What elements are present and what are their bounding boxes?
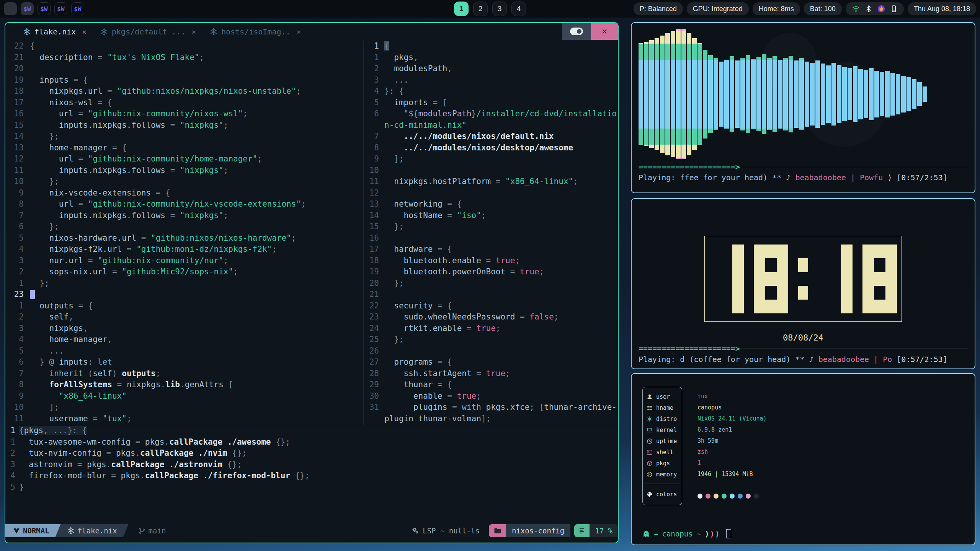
fetch-row-hname: hname — [643, 402, 682, 413]
project-segment: nixos-config — [506, 524, 570, 537]
code-line: 23 — [5, 289, 363, 300]
code-pane-iso[interactable]: 1{1 pkgs,2 modulesPath,3 ...4}: {5 impor… — [364, 41, 618, 425]
tab-close-icon[interactable]: × — [191, 28, 196, 36]
tag-4[interactable]: 4 — [511, 2, 526, 16]
tab-close-icon[interactable]: × — [82, 28, 86, 36]
status-pill-group: P: BalancedGPU: IntegratedHome: 8msBat: … — [634, 2, 842, 15]
code-line: 15 inputs.nixpkgs.follows = "nixpkgs"; — [5, 120, 363, 131]
visualizer-bar — [660, 29, 665, 159]
uptime-icon — [647, 438, 653, 444]
code-line: 10 ]; — [5, 402, 363, 413]
visualizer-bar — [767, 29, 772, 159]
tab-hosts-isoImag-[interactable]: hosts/isoImag..× — [203, 23, 308, 41]
workspace-button-3[interactable]: $W — [54, 2, 67, 15]
mode-segment: NORMAL — [5, 524, 61, 537]
visualizer-bar — [864, 29, 868, 159]
toggle-button[interactable] — [562, 23, 591, 40]
tab-flake-nix[interactable]: flake.nix× — [16, 23, 93, 41]
workspace-group: $W$W$W$W — [21, 2, 84, 15]
user-icon — [647, 394, 653, 400]
workspace-button-2[interactable]: $W — [38, 2, 51, 15]
shell-icon — [647, 449, 653, 455]
firewall-icon[interactable] — [877, 5, 885, 13]
color-dot — [706, 494, 710, 499]
clock-digit — [862, 245, 897, 313]
tab-label: flake.nix — [34, 27, 76, 36]
visualizer-bar — [671, 29, 675, 159]
code-line: 22 security = { — [364, 300, 618, 312]
visualizer-bar — [799, 29, 804, 159]
file-label: flake.nix — [78, 527, 117, 535]
git-branch-icon — [139, 527, 145, 534]
code-line: 17 nixos-wsl = { — [5, 97, 363, 109]
audio-visualizer — [639, 29, 968, 159]
branch-segment: main — [131, 524, 174, 537]
tag-3[interactable]: 3 — [492, 2, 507, 16]
device-icon[interactable] — [890, 5, 898, 13]
prompt-path: ~ — [697, 530, 701, 538]
visualizer-bar — [789, 29, 793, 159]
palette-icon — [647, 491, 653, 497]
statusline: NORMAL flake.nix main LSP ~ null-ls nixo… — [5, 524, 618, 537]
status-pill: Home: 8ms — [753, 2, 800, 15]
code-line: 20 }; — [364, 278, 618, 289]
code-line: 13 networking = { — [364, 199, 618, 210]
clock-label: Thu Aug 08, 18:18 — [914, 5, 970, 13]
code-line: 30 enable = true; — [364, 391, 618, 402]
tag-2[interactable]: 2 — [473, 2, 488, 16]
clock-window: 08/08/24 =====================> Playing:… — [631, 198, 975, 369]
workspace-button-4[interactable]: $W — [71, 2, 84, 15]
visualizer-bar — [917, 29, 922, 159]
color-dot — [738, 494, 743, 499]
launcher-button[interactable] — [4, 2, 17, 15]
code-line: 5} — [5, 482, 618, 493]
code-pane-flake[interactable]: 22{21 description = "tux's NixOS Flake";… — [5, 41, 363, 425]
code-pane-pkgs[interactable]: 1{pkgs, ...}: {1 tux-awesome-wm-config =… — [5, 425, 618, 494]
code-line: 3 ... — [364, 75, 618, 86]
code-line: 3 nixpkgs, — [5, 323, 363, 334]
code-line: 9 nix-vscode-extensions = { — [5, 187, 363, 199]
tab-pkgs-default-[interactable]: pkgs/default ...× — [93, 23, 203, 41]
pkgs-icon — [647, 460, 653, 466]
code-line: n-cd-minimal.nix" — [364, 120, 618, 131]
code-line: 6 }; — [5, 221, 363, 233]
code-line: 1{pkgs, ...}: { — [5, 425, 618, 437]
code-line: 14 }; — [5, 131, 363, 142]
wifi-icon[interactable] — [852, 5, 860, 13]
code-line: 17 hardware = { — [364, 244, 618, 255]
code-line: 5 nixos-hardware.url = "github:nixos/nix… — [5, 233, 363, 244]
cursor — [30, 290, 35, 299]
code-line: 15 }; — [364, 221, 618, 233]
window-close-button[interactable]: × — [591, 23, 618, 40]
prompt-chevrons: ))) — [705, 530, 720, 538]
visualizer-bar — [890, 29, 895, 159]
clock-pill[interactable]: Thu Aug 08, 18:18 — [908, 2, 976, 15]
color-dot — [754, 494, 759, 499]
fetch-value-distro: NixOS 24.11 (Vicuna) — [697, 413, 767, 424]
terminal-window[interactable]: userhnamedistrokerneluptimeshellpkgsmemo… — [631, 373, 975, 545]
code-line: 27 programs = { — [364, 357, 618, 368]
code-line: 6 } @ inputs: let — [5, 357, 363, 368]
prompt-host: canopus — [662, 530, 693, 538]
tab-close-icon[interactable]: × — [297, 28, 301, 36]
system-tray[interactable] — [846, 2, 904, 15]
visualizer-bar — [746, 29, 750, 159]
code-line: 8 ../../modules/nixos/desktop/awesome — [364, 142, 618, 154]
folder-icon — [493, 527, 501, 535]
visualizer-bar — [906, 29, 911, 159]
workspace-button-1[interactable]: $W — [21, 2, 34, 15]
code-line: 10 }; — [5, 176, 363, 187]
visualizer-bar — [762, 29, 766, 159]
shell-prompt[interactable]: →canopus~))) — [642, 529, 731, 538]
code-line: 1 pkgs, — [364, 52, 618, 64]
bluetooth-icon[interactable] — [865, 5, 872, 13]
code-line: 3 astronvim = pkgs.callPackage ./astronv… — [5, 459, 618, 471]
code-line: 16 url = "github:nix-community/nixos-wsl… — [5, 108, 363, 120]
code-line: 11 username = "tux"; — [5, 413, 363, 425]
visualizer-bar — [810, 29, 815, 159]
code-line: 2 self, — [5, 311, 363, 323]
command-line[interactable] — [5, 537, 618, 543]
tag-1[interactable]: 1 — [454, 2, 469, 16]
visualizer-bar — [874, 29, 879, 159]
visualizer-bar — [837, 29, 841, 159]
